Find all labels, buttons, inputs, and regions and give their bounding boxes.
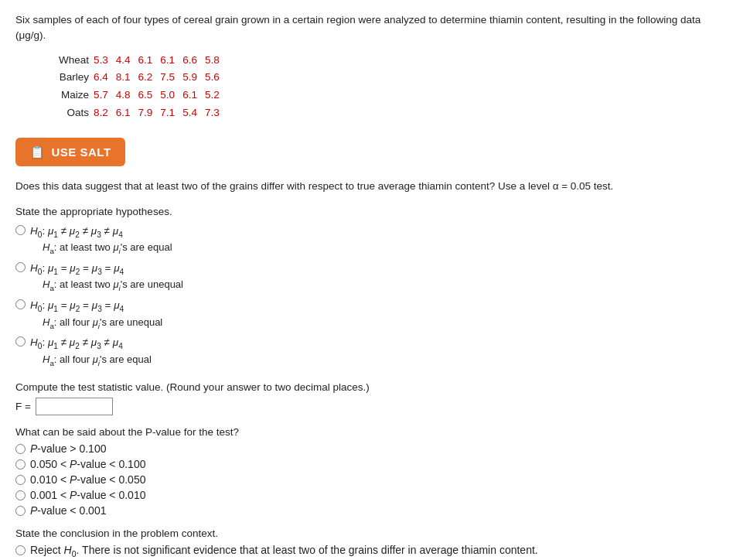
pvalue-section: What can be said about the P-value for t…	[15, 426, 718, 517]
ha-line: Ha: at least two μi's are equal	[43, 240, 172, 257]
hypothesis-radio-hyp4[interactable]	[15, 336, 26, 347]
hypothesis-option-hyp1[interactable]: H0: μ1 ≠ μ2 ≠ μ3 ≠ μ4Ha: at least two μi…	[15, 224, 718, 258]
grain-value: 5.3	[94, 52, 108, 70]
hypothesis-radio-hyp3[interactable]	[15, 299, 26, 309]
pvalue-radio-pv5[interactable]	[15, 506, 26, 516]
grain-value: 6.1	[138, 52, 153, 70]
pvalue-radio-pv1[interactable]	[15, 444, 26, 454]
grain-value: 4.8	[116, 87, 131, 104]
hypothesis-content-hyp4: H0: μ1 ≠ μ2 ≠ μ3 ≠ μ4Ha: all four μi's a…	[30, 335, 152, 369]
grain-values: 5.34.46.16.16.65.8	[94, 52, 220, 70]
f-input-row: F =	[15, 398, 718, 415]
conclusion-option-c1[interactable]: Reject H0. There is not significant evid…	[15, 544, 718, 558]
grain-value: 8.2	[94, 104, 108, 122]
ha-line: Ha: all four μi's are equal	[43, 352, 152, 369]
data-row: Maize5.74.86.55.06.15.2	[46, 87, 718, 104]
hypothesis-option-hyp4[interactable]: H0: μ1 ≠ μ2 ≠ μ3 ≠ μ4Ha: all four μi's a…	[15, 335, 718, 369]
pvalue-label-pv1: P-value > 0.100	[30, 442, 106, 455]
grain-label: Barley	[46, 69, 89, 87]
grain-values: 5.74.86.55.06.15.2	[94, 87, 220, 104]
pvalue-label-pv3: 0.010 < P-value < 0.050	[30, 473, 145, 486]
pvalue-radio-pv2[interactable]	[15, 459, 26, 470]
data-row: Wheat5.34.46.16.16.65.8	[46, 52, 718, 70]
data-row: Oats8.26.17.97.15.47.3	[46, 104, 718, 122]
grain-value: 5.6	[205, 69, 220, 87]
conclusion-label-c1: Reject H0. There is not significant evid…	[30, 544, 538, 558]
hypothesis-radio-hyp2[interactable]	[15, 262, 26, 272]
grain-label: Wheat	[46, 52, 89, 70]
grain-value: 5.2	[205, 87, 220, 104]
pvalue-label-pv2: 0.050 < P-value < 0.100	[30, 458, 145, 470]
hypothesis-content-hyp3: H0: μ1 = μ2 = μ3 = μ4Ha: all four μi's a…	[30, 298, 162, 332]
compute-section: Compute the test statistic value. (Round…	[15, 381, 718, 415]
pvalue-radio-pv4[interactable]	[15, 490, 26, 500]
hypotheses-label: State the appropriate hypotheses.	[15, 206, 718, 217]
hypotheses-section: State the appropriate hypotheses. H0: μ1…	[15, 206, 718, 369]
grain-value: 6.6	[182, 52, 197, 70]
grain-value: 6.1	[116, 104, 131, 122]
h0-line: H0: μ1 ≠ μ2 ≠ μ3 ≠ μ4	[30, 335, 152, 352]
pvalue-option-pv2[interactable]: 0.050 < P-value < 0.100	[15, 458, 718, 470]
pvalue-option-pv3[interactable]: 0.010 < P-value < 0.050	[15, 473, 718, 486]
data-row: Barley6.48.16.27.55.95.6	[46, 69, 718, 87]
grain-value: 6.4	[94, 69, 108, 87]
grain-value: 6.1	[160, 52, 175, 70]
conclusion-radio-c1[interactable]	[15, 545, 26, 555]
grain-values: 8.26.17.97.15.47.3	[94, 104, 220, 122]
h0-line: H0: μ1 = μ2 = μ3 = μ4	[30, 261, 183, 278]
h0-line: H0: μ1 = μ2 = μ3 = μ4	[30, 298, 162, 315]
grain-value: 5.4	[182, 104, 197, 122]
grain-label: Maize	[46, 87, 89, 104]
use-salt-label: USE SALT	[52, 145, 111, 159]
grain-value: 7.9	[138, 104, 153, 122]
intro-text: Six samples of each of four types of cer…	[15, 12, 718, 44]
conclusion-label: State the conclusion in the problem cont…	[15, 528, 718, 539]
ha-line: Ha: at least two μi's are unequal	[43, 277, 183, 294]
salt-icon: 📋	[29, 145, 46, 159]
pvalue-option-pv5[interactable]: P-value < 0.001	[15, 504, 718, 517]
grain-values: 6.48.16.27.55.95.6	[94, 69, 220, 87]
pvalue-radio-pv3[interactable]	[15, 475, 26, 485]
hypothesis-content-hyp1: H0: μ1 ≠ μ2 ≠ μ3 ≠ μ4Ha: at least two μi…	[30, 224, 172, 258]
grain-value: 5.7	[94, 87, 108, 104]
grain-value: 6.1	[182, 87, 197, 104]
grain-value: 8.1	[116, 69, 131, 87]
grain-value: 7.5	[160, 69, 175, 87]
h0-line: H0: μ1 ≠ μ2 ≠ μ3 ≠ μ4	[30, 224, 172, 241]
compute-label: Compute the test statistic value. (Round…	[15, 381, 718, 393]
grain-value: 4.4	[116, 52, 131, 70]
conclusion-section: State the conclusion in the problem cont…	[15, 528, 718, 560]
grain-value: 6.5	[138, 87, 153, 104]
pvalue-option-pv1[interactable]: P-value > 0.100	[15, 442, 718, 455]
grain-value: 7.1	[160, 104, 175, 122]
f-label: F =	[15, 401, 31, 412]
grain-value: 5.8	[205, 52, 220, 70]
grain-value: 5.9	[182, 69, 197, 87]
question-text: Does this data suggest that at least two…	[15, 179, 718, 194]
hypothesis-option-hyp3[interactable]: H0: μ1 = μ2 = μ3 = μ4Ha: all four μi's a…	[15, 298, 718, 332]
hypothesis-option-hyp2[interactable]: H0: μ1 = μ2 = μ3 = μ4Ha: at least two μi…	[15, 261, 718, 295]
use-salt-button[interactable]: 📋 USE SALT	[15, 138, 125, 166]
pvalue-label-pv5: P-value < 0.001	[30, 504, 106, 517]
grain-value: 7.3	[205, 104, 220, 122]
grain-label: Oats	[46, 104, 89, 122]
f-input[interactable]	[36, 398, 113, 415]
hypothesis-content-hyp2: H0: μ1 = μ2 = μ3 = μ4Ha: at least two μi…	[30, 261, 183, 295]
ha-line: Ha: all four μi's are unequal	[43, 315, 162, 332]
pvalue-label: What can be said about the P-value for t…	[15, 426, 718, 438]
grain-value: 5.0	[160, 87, 175, 104]
hypothesis-radio-hyp1[interactable]	[15, 225, 26, 235]
grain-value: 6.2	[138, 69, 153, 87]
pvalue-label-pv4: 0.001 < P-value < 0.010	[30, 489, 145, 501]
data-table: Wheat5.34.46.16.16.65.8Barley6.48.16.27.…	[46, 52, 718, 123]
pvalue-option-pv4[interactable]: 0.001 < P-value < 0.010	[15, 489, 718, 501]
